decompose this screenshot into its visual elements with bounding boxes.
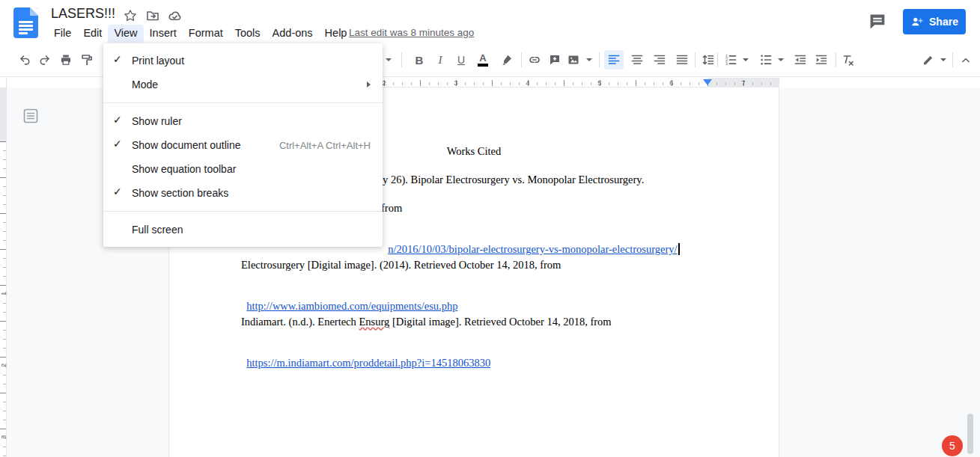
paint-format-button[interactable] <box>77 50 97 70</box>
bullet-list-caret[interactable] <box>778 58 784 61</box>
align-right-button[interactable] <box>650 50 669 70</box>
document-title[interactable]: LASERS!!! <box>51 6 115 22</box>
ruler-number: 2 <box>0 358 7 367</box>
insert-link-button[interactable] <box>525 50 544 70</box>
hide-menus-button[interactable] <box>956 50 976 70</box>
view-menu-dropdown: ✓ Print layout Mode ✓ Show ruler ✓ Show … <box>103 43 383 247</box>
show-outline-button[interactable] <box>20 105 41 126</box>
menu-addons[interactable]: Add-ons <box>267 25 319 43</box>
numbered-list-caret[interactable] <box>743 58 749 61</box>
star-icon[interactable] <box>121 7 139 25</box>
ruler-number: 1 <box>0 286 7 295</box>
app-header: LASERS!!! File Edit View Insert Format T… <box>0 0 980 43</box>
text-cursor <box>678 243 680 255</box>
menu-help[interactable]: Help <box>319 25 353 43</box>
bold-button[interactable]: B <box>410 50 429 70</box>
citation-link[interactable]: https://m.indiamart.com/proddetail.php?i… <box>246 357 490 369</box>
doc-line[interactable]: from <box>381 202 402 215</box>
citation-link[interactable]: http://www.iambiomed.com/equipments/esu.… <box>246 300 457 312</box>
share-button[interactable]: Share <box>903 9 966 34</box>
ruler-number: 3 <box>0 430 7 439</box>
add-comment-button[interactable] <box>545 50 564 70</box>
menu-item-print-layout[interactable]: ✓ Print layout <box>103 49 383 73</box>
decrease-indent-button[interactable] <box>791 50 810 70</box>
undo-button[interactable] <box>15 50 34 70</box>
cloud-saved-icon[interactable] <box>165 7 183 25</box>
italic-button[interactable]: I <box>430 50 450 70</box>
citation-link[interactable]: n/2016/10/03/bipolar-electrosurgery-vs-m… <box>388 243 677 255</box>
doc-line[interactable]: y 26). Bipolar Electrosurgery vs. Monopo… <box>383 174 644 186</box>
menu-item-show-document-outline[interactable]: ✓ Show document outline Ctrl+Alt+A Ctrl+… <box>103 133 383 157</box>
svg-text:3: 3 <box>725 61 728 66</box>
menu-item-show-ruler[interactable]: ✓ Show ruler <box>103 109 383 133</box>
docs-logo-icon[interactable] <box>13 7 38 38</box>
menu-view[interactable]: View <box>108 25 143 43</box>
editing-mode-caret[interactable] <box>940 58 946 61</box>
checkmark-icon: ✓ <box>113 53 122 65</box>
ruler-number: 4 <box>523 78 532 88</box>
doc-line[interactable]: n/2016/10/03/bipolar-electrosurgery-vs-m… <box>383 230 680 256</box>
numbered-list-button[interactable]: 123 <box>721 50 740 70</box>
insert-image-caret[interactable] <box>586 58 592 61</box>
misspelled-word[interactable]: Ensurg <box>359 316 389 328</box>
align-justify-button[interactable] <box>672 50 692 70</box>
checkmark-icon: ✓ <box>113 114 122 126</box>
ruler-number: 5 <box>595 78 604 88</box>
last-edit-link[interactable]: Last edit was 8 minutes ago <box>349 27 474 38</box>
menubar: File Edit View Insert Format Tools Add-o… <box>48 25 353 43</box>
underline-button[interactable]: U <box>451 50 471 70</box>
menu-item-show-section-breaks[interactable]: ✓ Show section breaks <box>103 181 383 205</box>
notification-badge[interactable]: 5 <box>942 435 963 456</box>
menu-item-show-equation-toolbar[interactable]: Show equation toolbar <box>103 157 383 181</box>
font-dropdown-caret[interactable] <box>386 58 392 61</box>
logo-fold <box>30 7 38 16</box>
right-indent-marker[interactable] <box>703 79 712 85</box>
insert-image-button[interactable] <box>564 50 583 70</box>
menu-shortcut: Ctrl+Alt+A Ctrl+Alt+H <box>279 140 371 151</box>
doc-line[interactable]: http://www.iambiomed.com/equipments/esu.… <box>241 287 457 313</box>
share-person-icon <box>910 15 924 28</box>
menu-tools[interactable]: Tools <box>229 25 267 43</box>
align-left-button[interactable] <box>604 50 624 70</box>
align-center-button[interactable] <box>627 50 647 70</box>
ruler-number: 7 <box>739 78 748 88</box>
bullet-list-button[interactable] <box>756 50 776 70</box>
increase-indent-button[interactable] <box>812 50 831 70</box>
highlight-color-button[interactable] <box>497 50 517 70</box>
menu-divider <box>103 211 383 212</box>
menu-format[interactable]: Format <box>183 25 229 43</box>
scrollbar-thumb[interactable] <box>967 414 973 454</box>
ruler-number: 6 <box>667 78 676 88</box>
text-color-button[interactable]: A <box>473 50 493 70</box>
checkmark-icon: ✓ <box>113 138 122 150</box>
print-button[interactable] <box>56 50 76 70</box>
text-color-swatch <box>478 64 488 67</box>
doc-line[interactable]: Indiamart. (n.d.). Enertech Ensurg [Digi… <box>241 316 612 328</box>
share-label: Share <box>929 16 958 28</box>
comments-icon[interactable] <box>864 9 891 34</box>
vertical-ruler[interactable]: 1 2 3 <box>0 78 7 457</box>
checkmark-icon: ✓ <box>113 185 122 197</box>
editing-mode-button[interactable] <box>919 50 938 70</box>
menu-edit[interactable]: Edit <box>77 25 108 43</box>
clear-formatting-button[interactable] <box>839 50 858 70</box>
ruler-top-margin <box>0 88 6 141</box>
menu-insert[interactable]: Insert <box>144 25 183 43</box>
ruler-ticks-vertical <box>0 141 6 457</box>
submenu-arrow-icon <box>367 82 371 88</box>
redo-button[interactable] <box>35 50 55 70</box>
doc-line[interactable]: Electrosurgery [Digital image]. (2014). … <box>241 259 561 272</box>
menu-item-mode[interactable]: Mode <box>103 73 383 96</box>
menu-divider <box>103 102 383 103</box>
menu-item-full-screen[interactable]: Full screen <box>103 218 383 242</box>
line-spacing-button[interactable] <box>699 50 718 70</box>
move-folder-icon[interactable] <box>144 7 162 25</box>
ruler-number: 3 <box>451 78 460 88</box>
menu-file[interactable]: File <box>48 25 77 43</box>
doc-line[interactable]: https://m.indiamart.com/proddetail.php?i… <box>241 344 490 369</box>
